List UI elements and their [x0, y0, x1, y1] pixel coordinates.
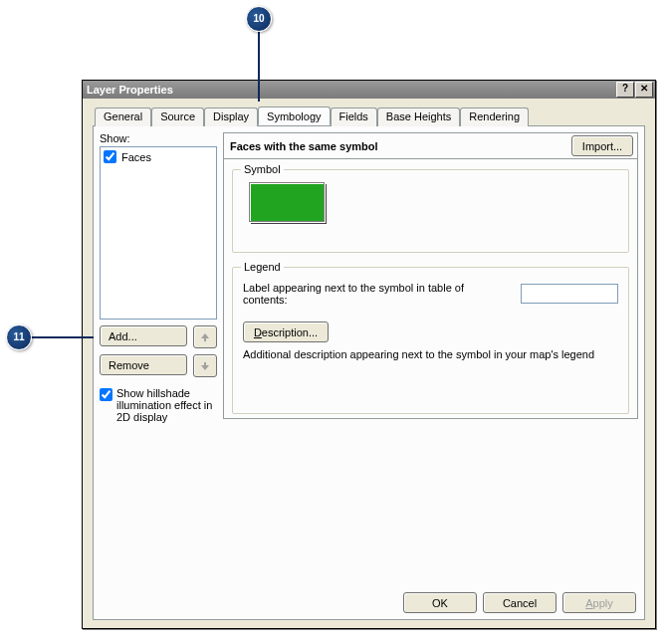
show-list[interactable]: Faces: [100, 146, 217, 320]
faces-checkbox[interactable]: [104, 150, 116, 163]
add-button[interactable]: Add...: [100, 325, 187, 346]
move-down-button[interactable]: [193, 354, 217, 377]
tab-panel: Show: Faces Add... Remov: [93, 125, 645, 620]
tab-fields[interactable]: Fields: [331, 107, 377, 126]
callout-10: 10: [246, 6, 272, 32]
remove-row: Remove: [100, 354, 217, 377]
tab-base-heights[interactable]: Base Heights: [377, 107, 460, 126]
show-item-faces[interactable]: Faces: [103, 149, 214, 164]
close-button[interactable]: ✕: [635, 82, 653, 98]
ok-button[interactable]: OK: [403, 592, 477, 613]
legend-group: Legend Label appearing next to the symbo…: [232, 267, 629, 414]
window-body: General Source Display Symbology Fields …: [83, 99, 655, 628]
legend-label-row: Label appearing next to the symbol in ta…: [243, 282, 618, 306]
right-header-title: Faces with the same symbol: [230, 140, 378, 152]
callout-11: 11: [6, 324, 32, 350]
hillshade-checkbox[interactable]: [100, 388, 112, 401]
description-button-label: Description...: [254, 326, 318, 338]
show-label: Show:: [100, 132, 217, 144]
right-body: Symbol Legend Label appearing next to th…: [223, 158, 638, 419]
symbol-swatch[interactable]: [249, 182, 325, 222]
right-column: Faces with the same symbol Import... Sym…: [223, 132, 638, 584]
legend-group-title: Legend: [241, 261, 284, 273]
titlebar-buttons: ? ✕: [616, 82, 653, 98]
callout-11-line: [30, 336, 94, 338]
apply-button[interactable]: Apply: [562, 592, 636, 613]
right-header: Faces with the same symbol Import...: [223, 132, 638, 158]
dialog-buttons: OK Cancel Apply: [100, 592, 638, 613]
tab-strip: General Source Display Symbology Fields …: [95, 107, 645, 126]
help-button[interactable]: ?: [616, 82, 634, 98]
legend-label-input[interactable]: [521, 284, 618, 304]
dialog-window: Layer Properties ? ✕ General Source Disp…: [82, 80, 656, 629]
import-button[interactable]: Import...: [571, 135, 633, 156]
move-up-button[interactable]: [193, 325, 217, 348]
left-column: Show: Faces Add... Remov: [100, 132, 217, 584]
faces-label: Faces: [121, 151, 151, 163]
tab-display[interactable]: Display: [204, 107, 258, 126]
remove-button[interactable]: Remove: [100, 354, 187, 375]
description-help-text: Additional description appearing next to…: [243, 348, 618, 360]
apply-button-label: Apply: [585, 597, 613, 609]
tab-general[interactable]: General: [95, 107, 151, 126]
add-row: Add...: [100, 325, 217, 348]
callout-10-line: [258, 30, 260, 102]
symbol-group: Symbol: [232, 169, 629, 253]
legend-label-text: Label appearing next to the symbol in ta…: [243, 282, 511, 306]
symbol-group-title: Symbol: [241, 163, 284, 175]
tab-source[interactable]: Source: [151, 107, 204, 126]
arrow-down-icon: [200, 361, 210, 371]
cancel-button[interactable]: Cancel: [483, 592, 557, 613]
panel-content: Show: Faces Add... Remov: [100, 132, 638, 584]
description-button[interactable]: Description...: [243, 322, 329, 342]
titlebar: Layer Properties ? ✕: [83, 81, 655, 99]
tab-rendering[interactable]: Rendering: [460, 107, 529, 126]
window-title: Layer Properties: [87, 84, 173, 96]
arrow-up-icon: [200, 332, 210, 342]
hillshade-label: Show hillshade illumination effect in 2D…: [116, 387, 217, 423]
tab-symbology[interactable]: Symbology: [258, 107, 330, 125]
hillshade-row: Show hillshade illumination effect in 2D…: [100, 387, 217, 423]
